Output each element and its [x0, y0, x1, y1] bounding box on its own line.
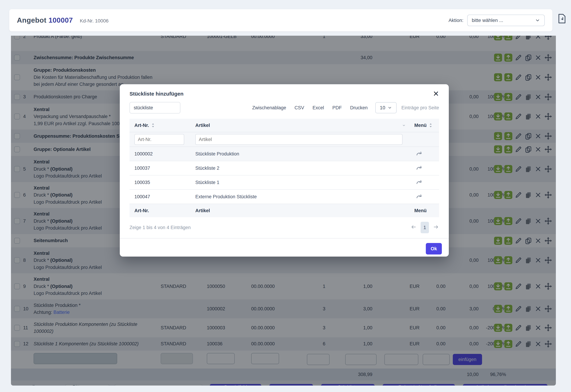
export-excel-link[interactable]: Excel	[313, 105, 324, 111]
chevron-down-icon	[387, 105, 392, 110]
column-artikel: Artikel	[195, 123, 210, 128]
column-artnr: Art-Nr.	[134, 123, 149, 128]
prev-page-icon[interactable]	[411, 224, 417, 231]
per-page-label: Einträge pro Seite	[401, 105, 439, 111]
pagination-info: Zeige 1 bis 4 von 4 Einträgen	[129, 225, 191, 230]
modal-filter-row	[129, 132, 439, 147]
doc-type-label: Angebot	[17, 16, 46, 24]
export-csv-link[interactable]: CSV	[295, 105, 304, 111]
parts-list-artnr: 100037	[129, 166, 190, 171]
column-menu: Menü	[414, 123, 427, 128]
sort-icon[interactable]	[151, 123, 155, 127]
doc-number: 100007	[49, 16, 73, 24]
modal-title: Stückliste hinzufügen	[129, 91, 184, 97]
parts-list-search-input[interactable]	[129, 102, 180, 113]
page-size-select[interactable]: 10	[375, 102, 397, 113]
column-artikel: Artikel	[190, 208, 409, 213]
document-header: Angebot100007 Kd-Nr. 10006 Aktion: bitte…	[9, 9, 552, 31]
action-label: Aktion:	[448, 18, 463, 23]
action-select-value: bitte wählen ...	[472, 18, 503, 23]
add-parts-list-modal: Stückliste hinzufügen ✕ Zwischenablage C…	[120, 84, 449, 257]
ok-button[interactable]: Ok	[426, 243, 442, 254]
chevron-down-icon[interactable]	[402, 123, 406, 127]
pdf-export-icon[interactable]	[557, 14, 567, 25]
parts-list-artnr: 1000002	[129, 151, 190, 157]
action-select[interactable]: bitte wählen ...	[467, 15, 545, 26]
parts-list-name: Stückliste 2	[190, 166, 409, 171]
add-row-icon[interactable]	[409, 179, 439, 186]
close-icon[interactable]: ✕	[433, 90, 439, 98]
page-size-value: 10	[380, 105, 385, 111]
sort-icon[interactable]	[429, 123, 432, 127]
filter-artikel-input[interactable]	[195, 134, 402, 145]
parts-list-name: Externe Produktion Stückliste	[190, 194, 409, 199]
column-menu: Menü	[409, 208, 439, 213]
modal-table-footer-header: Art-Nr. Artikel Menü	[129, 204, 439, 217]
chevron-down-icon	[535, 18, 540, 23]
add-row-icon[interactable]	[409, 150, 439, 157]
export-clipboard-link[interactable]: Zwischenablage	[252, 105, 286, 111]
parts-list-name: Stückliste Produktion	[190, 151, 409, 157]
export-print-link[interactable]: Drucken	[350, 105, 368, 111]
parts-list-row[interactable]: 100047 Externe Produktion Stückliste	[129, 190, 439, 204]
column-artnr: Art-Nr.	[129, 208, 190, 213]
add-row-icon[interactable]	[409, 193, 439, 200]
next-page-icon[interactable]	[433, 224, 439, 231]
filter-artnr-input[interactable]	[134, 134, 184, 145]
parts-list-artnr: 100047	[129, 194, 190, 199]
parts-list-row[interactable]: 100037 Stückliste 2	[129, 161, 439, 175]
modal-table-header: Art-Nr. Artikel Menü	[129, 119, 439, 132]
page-number[interactable]: 1	[421, 222, 429, 233]
page-title: Angebot100007	[17, 16, 73, 24]
add-row-icon[interactable]	[409, 165, 439, 172]
parts-list-artnr: 100035	[129, 180, 190, 185]
customer-number: Kd-Nr. 10006	[80, 18, 109, 24]
parts-list-name: Stückliste 1	[190, 180, 409, 185]
parts-list-row[interactable]: 100035 Stückliste 1	[129, 175, 439, 190]
export-pdf-link[interactable]: PDF	[332, 105, 342, 111]
parts-list-row[interactable]: 1000002 Stückliste Produktion	[129, 147, 439, 161]
